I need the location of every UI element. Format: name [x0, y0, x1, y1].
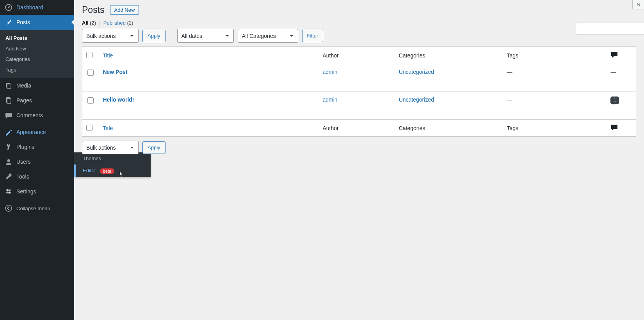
menu-appearance-label: Appearance [16, 129, 74, 135]
posts-table: Title Author Categories Tags New Post ad… [82, 46, 636, 137]
row-checkbox[interactable] [87, 70, 94, 76]
submenu-add-new[interactable]: Add New [0, 43, 74, 54]
apply-bulk-button-bottom[interactable]: Apply [142, 141, 165, 154]
col-categories-foot: Categories [395, 120, 503, 137]
submenu-tags[interactable]: Tags [0, 64, 74, 75]
svg-rect-8 [6, 192, 11, 193]
collapse-icon [5, 204, 12, 212]
menu-users[interactable]: Users [0, 154, 74, 169]
menu-media[interactable]: Media [0, 78, 74, 93]
post-tags: — [507, 69, 512, 75]
date-filter-select[interactable]: All dates [177, 29, 234, 43]
col-tags-foot: Tags [503, 120, 607, 137]
post-comments: — [610, 69, 616, 75]
menu-dashboard[interactable]: Dashboard [0, 0, 74, 15]
menu-dashboard-label: Dashboard [16, 4, 74, 11]
pages-icon [5, 97, 12, 104]
col-comments[interactable] [607, 47, 636, 64]
media-icon [5, 82, 12, 89]
svg-rect-5 [7, 98, 11, 104]
svg-point-6 [7, 159, 10, 162]
menu-posts-label: Posts [16, 19, 74, 25]
select-all-checkbox-bottom[interactable] [86, 125, 93, 131]
col-title-foot[interactable]: Title [99, 120, 318, 137]
menu-posts[interactable]: Posts [0, 15, 74, 30]
posts-submenu: All Posts Add New Categories Tags [0, 30, 74, 78]
row-checkbox[interactable] [87, 97, 94, 104]
svg-point-1 [8, 7, 9, 8]
tablenav-top: Bulk actions Apply All dates All Categor… [82, 29, 636, 43]
comments-column-icon [610, 54, 618, 60]
col-categories: Categories [395, 47, 503, 64]
post-title-link[interactable]: Hello world! [103, 97, 134, 103]
appearance-icon [5, 128, 12, 136]
collapse-label: Collapse menu [16, 206, 50, 211]
users-icon [5, 158, 12, 166]
collapse-menu[interactable]: Collapse menu [0, 201, 74, 216]
filter-button[interactable]: Filter [302, 30, 324, 42]
post-author-link[interactable]: admin [322, 97, 337, 103]
view-all[interactable]: All (2) [82, 20, 96, 26]
svg-rect-10 [9, 191, 10, 194]
tablenav-bottom: Bulk actions Apply [82, 141, 636, 154]
dashboard-icon [5, 4, 12, 11]
submenu-all-posts[interactable]: All Posts [0, 33, 74, 43]
menu-settings[interactable]: Settings [0, 184, 74, 199]
table-row: Hello world! admin Uncategorized — 1 [82, 92, 636, 120]
post-tags: — [507, 97, 512, 103]
select-all-checkbox-top[interactable] [86, 52, 93, 58]
col-author-foot: Author [318, 120, 395, 137]
svg-point-11 [5, 205, 12, 211]
comment-count-bubble[interactable]: 1 [610, 97, 619, 104]
post-author-link[interactable]: admin [322, 69, 337, 75]
bulk-actions-select-bottom[interactable]: Bulk actions [82, 141, 139, 154]
menu-plugins-label: Plugins [16, 144, 74, 150]
menu-comments-label: Comments [16, 112, 74, 118]
content-area: S Posts Add New All (2) | Published (2) … [74, 0, 644, 320]
post-category-link[interactable]: Uncategorized [399, 97, 434, 103]
menu-tools[interactable]: Tools [0, 169, 74, 184]
menu-pages-label: Pages [16, 97, 74, 104]
category-filter-select[interactable]: All Categories [238, 29, 298, 43]
post-category-link[interactable]: Uncategorized [399, 69, 434, 75]
submenu-categories[interactable]: Categories [0, 54, 74, 64]
svg-rect-7 [6, 189, 11, 191]
menu-pages[interactable]: Pages [0, 93, 74, 108]
page-header: Posts Add New [82, 5, 636, 15]
comments-column-icon [610, 126, 618, 132]
svg-rect-9 [7, 189, 8, 191]
search-posts-input[interactable] [576, 23, 644, 34]
menu-comments[interactable]: Comments [0, 108, 74, 123]
add-new-button[interactable]: Add New [110, 5, 139, 15]
menu-settings-label: Settings [16, 188, 74, 195]
menu-media-label: Media [16, 82, 74, 89]
separator: | [99, 20, 100, 26]
page-title: Posts [82, 5, 105, 15]
menu-tools-label: Tools [16, 173, 74, 180]
menu-appearance[interactable]: Appearance [0, 125, 74, 139]
settings-icon [5, 188, 12, 195]
pin-icon [5, 18, 12, 26]
comments-icon [5, 111, 12, 119]
menu-users-label: Users [16, 159, 74, 165]
apply-bulk-button[interactable]: Apply [142, 30, 165, 42]
svg-rect-3 [7, 84, 11, 88]
col-title[interactable]: Title [99, 47, 318, 64]
admin-sidebar: Dashboard Posts All Posts Add New Catego… [0, 0, 74, 320]
plugins-icon [5, 143, 12, 151]
tools-icon [5, 173, 12, 181]
col-author: Author [318, 47, 395, 64]
table-row: New Post admin Uncategorized — — [82, 64, 636, 92]
menu-plugins[interactable]: Plugins [0, 139, 74, 154]
col-tags: Tags [503, 47, 607, 64]
screen-options-button[interactable]: S [632, 0, 644, 9]
post-title-link[interactable]: New Post [103, 69, 127, 75]
col-comments-foot[interactable] [607, 120, 636, 137]
view-published[interactable]: Published (2) [103, 20, 133, 26]
view-filters: All (2) | Published (2) [82, 20, 636, 26]
bulk-actions-select[interactable]: Bulk actions [82, 29, 139, 43]
